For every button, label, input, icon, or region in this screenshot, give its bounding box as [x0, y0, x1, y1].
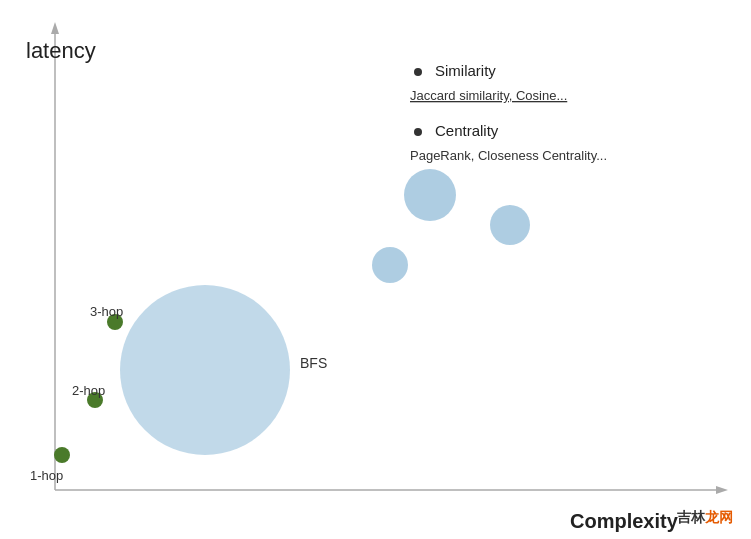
hop2-label: 2-hop [72, 383, 105, 398]
bfs-bubble [120, 285, 290, 455]
svg-marker-1 [51, 22, 59, 34]
y-axis-label: latency [26, 38, 96, 63]
hop1-dot [54, 447, 70, 463]
bfs-label: BFS [300, 355, 327, 371]
bullet2 [414, 128, 422, 136]
watermark-part2: 龙网 [705, 509, 733, 525]
hop3-label: 3-hop [90, 304, 123, 319]
watermark-part1: 吉林 [677, 509, 705, 525]
annotation1-subtitle: Jaccard similarity, Cosine... [410, 88, 567, 103]
annotation2-title: Centrality [435, 122, 499, 139]
chart-container: latency Complexity BFS 1-hop 2-hop 3-hop… [0, 0, 751, 539]
small-bubble-1 [372, 247, 408, 283]
annotation1-title: Similarity [435, 62, 496, 79]
hop1-label: 1-hop [30, 468, 63, 483]
small-bubble-2 [404, 169, 456, 221]
svg-marker-3 [716, 486, 728, 494]
scatter-chart: latency Complexity BFS 1-hop 2-hop 3-hop… [0, 0, 751, 539]
small-bubble-3 [490, 205, 530, 245]
x-axis-label: Complexity [570, 510, 679, 532]
watermark: 吉林龙网 [677, 509, 733, 527]
bullet1 [414, 68, 422, 76]
annotation2-subtitle: PageRank, Closeness Centrality... [410, 148, 607, 163]
